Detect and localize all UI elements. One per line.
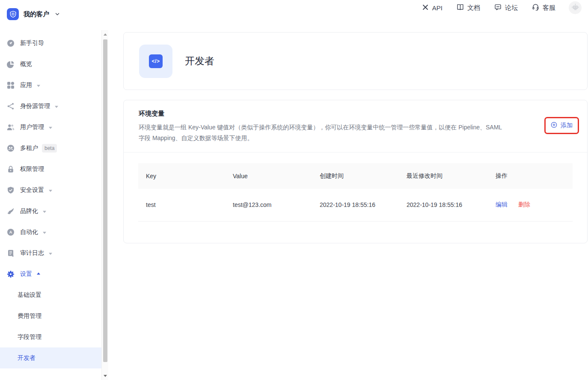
gear-icon bbox=[7, 270, 15, 278]
sidebar-item-label: 概览 bbox=[20, 60, 32, 68]
headset-icon bbox=[532, 3, 539, 12]
chevron-up-icon bbox=[37, 272, 40, 275]
sidebar-item-overview[interactable]: 概览 bbox=[0, 54, 101, 75]
sidebar-item-label: 新手引导 bbox=[20, 39, 44, 47]
audit-icon bbox=[7, 249, 15, 257]
shield-check-icon bbox=[7, 186, 15, 194]
topbar-link-api[interactable]: API bbox=[422, 4, 442, 12]
table-header-row: Key Value 创建时间 最近修改时间 操作 bbox=[138, 163, 573, 189]
automation-icon: A bbox=[7, 228, 15, 236]
sidebar-item-automation[interactable]: A 自动化 bbox=[0, 221, 101, 242]
column-header-actions: 操作 bbox=[488, 163, 573, 189]
topbar-link-label: 论坛 bbox=[505, 4, 518, 12]
sidebar-item-security-settings[interactable]: 安全设置 bbox=[0, 180, 101, 200]
guide-icon bbox=[7, 39, 15, 47]
scrollbar-thumb[interactable] bbox=[103, 39, 107, 362]
column-header-key: Key bbox=[138, 163, 225, 189]
env-card-header: 环境变量 环境变量就是一组 Key-Value 键值对（类似于操作系统的环境变量… bbox=[124, 100, 587, 152]
chevron-down-icon bbox=[37, 85, 40, 87]
scrollbar-up-arrow[interactable] bbox=[102, 31, 109, 38]
share-icon bbox=[7, 102, 15, 110]
cell-value: test@123.com bbox=[225, 189, 312, 221]
sidebar-subitem-developer[interactable]: 开发者 bbox=[0, 347, 101, 368]
robot-icon bbox=[571, 3, 579, 13]
env-card-body: Key Value 创建时间 最近修改时间 操作 test test@123.c… bbox=[124, 152, 587, 243]
topbar-link-forum[interactable]: 论坛 bbox=[494, 3, 518, 12]
sidebar-item-label: 多租户 bbox=[20, 144, 38, 152]
sidebar-subitem-label: 费用管理 bbox=[18, 312, 42, 320]
sidebar-item-label: 安全设置 bbox=[20, 186, 44, 194]
add-button-label: 添加 bbox=[561, 122, 573, 129]
topbar-link-label: 文档 bbox=[467, 4, 480, 12]
user-avatar[interactable] bbox=[569, 1, 582, 14]
topbar-link-docs[interactable]: 文档 bbox=[457, 3, 480, 12]
sidebar-subitem-field-management[interactable]: 字段管理 bbox=[0, 326, 101, 347]
code-icon: </> bbox=[149, 54, 163, 68]
sidebar-subitem-label: 开发者 bbox=[18, 354, 36, 362]
brush-icon bbox=[7, 207, 15, 215]
cell-created-at: 2022-10-19 18:55:16 bbox=[312, 189, 399, 221]
add-button-highlight: 添加 bbox=[544, 117, 579, 134]
plus-circle-icon bbox=[551, 122, 557, 129]
table-row: test test@123.com 2022-10-19 18:55:16 20… bbox=[138, 189, 573, 221]
env-section-description: 环境变量就是一组 Key-Value 键值对（类似于操作系统的环境变量），你可以… bbox=[139, 122, 508, 144]
workspace-name: 我的客户 bbox=[24, 10, 49, 18]
sidebar-item-branding[interactable]: 品牌化 bbox=[0, 200, 101, 221]
topbar-link-label: API bbox=[432, 4, 442, 12]
sidebar-item-label: 设置 bbox=[20, 270, 32, 278]
chevron-down-icon bbox=[43, 232, 46, 234]
topbar: API 文档 论坛 客服 bbox=[108, 0, 588, 15]
column-header-value: Value bbox=[225, 163, 312, 189]
scrollbar-down-arrow[interactable] bbox=[102, 372, 109, 379]
add-env-variable-button[interactable]: 添加 bbox=[551, 122, 573, 129]
sidebar-item-applications[interactable]: 应用 bbox=[0, 75, 101, 96]
tenant-icon bbox=[7, 144, 15, 152]
sidebar-item-getting-started[interactable]: 新手引导 bbox=[0, 33, 101, 54]
edit-link[interactable]: 编辑 bbox=[496, 201, 508, 208]
env-section-title: 环境变量 bbox=[139, 109, 519, 118]
sidebar-subitem-label: 字段管理 bbox=[18, 333, 42, 341]
forum-icon bbox=[494, 3, 502, 12]
sidebar-item-label: 品牌化 bbox=[20, 207, 38, 215]
sidebar-item-identity-sources[interactable]: 身份源管理 bbox=[0, 96, 101, 117]
cell-modified-at: 2022-10-19 18:55:16 bbox=[399, 189, 488, 221]
workspace-switcher[interactable]: 我的客户 bbox=[0, 0, 108, 28]
env-variables-table: Key Value 创建时间 最近修改时间 操作 test test@123.c… bbox=[138, 163, 573, 221]
chevron-down-icon bbox=[43, 211, 46, 213]
sidebar-item-label: 应用 bbox=[20, 81, 32, 89]
topbar-link-label: 客服 bbox=[543, 4, 555, 12]
sidebar-item-multi-tenant[interactable]: 多租户 beta bbox=[0, 138, 101, 159]
sidebar-item-label: 自动化 bbox=[20, 228, 38, 236]
svg-text:A: A bbox=[9, 230, 12, 234]
chevron-down-icon bbox=[49, 190, 52, 192]
sidebar-item-label: 身份源管理 bbox=[20, 102, 50, 110]
sidebar-item-label: 用户管理 bbox=[20, 123, 44, 131]
sidebar-scrollbar[interactable] bbox=[101, 30, 108, 380]
sidebar-item-audit-logs[interactable]: 审计日志 bbox=[0, 242, 101, 263]
sidebar-menu: 新手引导 概览 应用 身份源管理 用户管理 多租户 beta 权限管理 bbox=[0, 28, 101, 380]
sidebar-item-permissions[interactable]: 权限管理 bbox=[0, 159, 101, 180]
apps-icon bbox=[7, 81, 15, 89]
developer-tile: </> bbox=[139, 45, 172, 78]
cell-key: test bbox=[138, 189, 225, 221]
tools-icon bbox=[422, 4, 429, 12]
sidebar: 我的客户 新手引导 概览 应用 身份源管理 用户管理 bbox=[0, 0, 108, 380]
sidebar-subitem-billing[interactable]: 费用管理 bbox=[0, 305, 101, 326]
page-header-card: </> 开发者 bbox=[123, 32, 588, 90]
beta-badge: beta bbox=[42, 144, 57, 153]
main-content: API 文档 论坛 客服 </> 开发者 环境变量 环境变量就是一组 Key-V… bbox=[108, 0, 588, 380]
sidebar-subitem-basic-settings[interactable]: 基础设置 bbox=[0, 284, 101, 305]
column-header-created: 创建时间 bbox=[312, 163, 399, 189]
users-icon bbox=[7, 123, 15, 131]
column-header-modified: 最近修改时间 bbox=[399, 163, 488, 189]
sidebar-item-user-management[interactable]: 用户管理 bbox=[0, 117, 101, 138]
overview-icon bbox=[7, 60, 15, 68]
chevron-down-icon bbox=[49, 127, 52, 129]
cell-actions: 编辑 删除 bbox=[488, 189, 573, 221]
sidebar-item-settings[interactable]: 设置 bbox=[0, 263, 101, 284]
delete-link[interactable]: 删除 bbox=[518, 201, 530, 208]
environment-variables-card: 环境变量 环境变量就是一组 Key-Value 键值对（类似于操作系统的环境变量… bbox=[123, 100, 588, 243]
book-icon bbox=[457, 3, 464, 12]
page-title: 开发者 bbox=[185, 54, 214, 68]
topbar-link-support[interactable]: 客服 bbox=[532, 3, 555, 12]
